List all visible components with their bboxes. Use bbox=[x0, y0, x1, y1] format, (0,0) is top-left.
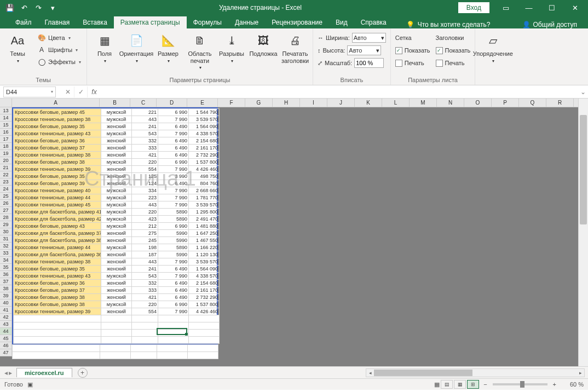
vscroll-thumb[interactable] bbox=[580, 115, 587, 224]
cell[interactable]: 1 647 250 bbox=[189, 230, 220, 237]
cell[interactable]: мужской bbox=[101, 273, 132, 280]
cell[interactable]: 333 bbox=[132, 145, 158, 152]
print-area-button[interactable]: 🗎Область печати▾ bbox=[185, 30, 215, 72]
col-header-H[interactable]: H bbox=[273, 99, 300, 107]
table-row[interactable]: Кроссовки беговые, размер 36женский3326 … bbox=[14, 137, 220, 145]
row-header[interactable]: 14 bbox=[0, 114, 12, 122]
table-row[interactable]: Кроссовки для баскетбола, размер 38женск… bbox=[14, 237, 220, 244]
table-row[interactable]: Кроссовки теннисные, размер 44мужской198… bbox=[14, 244, 220, 251]
cell[interactable]: 423 bbox=[132, 216, 158, 223]
cell[interactable] bbox=[101, 330, 132, 337]
cell[interactable]: Кроссовки беговые, размер 37 bbox=[14, 287, 101, 294]
ribbon-display-icon[interactable]: ▭ bbox=[495, 0, 517, 15]
cell[interactable]: 6 990 bbox=[158, 159, 189, 166]
cell[interactable]: 5990 bbox=[158, 230, 189, 237]
cell[interactable]: женский bbox=[101, 166, 132, 173]
tab-справка[interactable]: Справка bbox=[354, 16, 393, 28]
hscroll-right-icon[interactable]: ▸ bbox=[577, 369, 584, 377]
hscroll-left-icon[interactable]: ◂ bbox=[366, 369, 374, 377]
print-titles-button[interactable]: 🖨Печатать заголовки bbox=[280, 30, 310, 66]
cell[interactable]: 3 539 570 bbox=[189, 116, 220, 123]
row-header[interactable]: 41 bbox=[0, 307, 12, 314]
row-header[interactable]: 37 bbox=[0, 278, 12, 285]
cell[interactable] bbox=[14, 330, 101, 337]
cell[interactable]: 5890 bbox=[158, 216, 189, 223]
cell[interactable]: Кроссовки беговые, размер 35 bbox=[14, 123, 101, 130]
effects-button[interactable]: ◯Эффекты bbox=[35, 56, 83, 68]
col-header-A[interactable]: A bbox=[12, 99, 100, 107]
cell[interactable]: 1 537 800 bbox=[189, 301, 220, 308]
table-row[interactable]: Кроссовки теннисные, размер 40мужской334… bbox=[14, 187, 220, 194]
gridlines-view[interactable]: ✓Показать bbox=[395, 44, 430, 56]
undo-icon[interactable]: ↶ bbox=[18, 1, 31, 14]
cell[interactable]: Кроссовки беговые, размер 37 bbox=[14, 145, 101, 152]
cell[interactable] bbox=[132, 337, 158, 344]
tell-me[interactable]: 💡 Что вы хотите сделать? bbox=[406, 21, 491, 28]
cell[interactable]: мужской bbox=[101, 159, 132, 166]
cell[interactable] bbox=[13, 345, 100, 352]
row-header[interactable]: 39 bbox=[0, 292, 12, 299]
cell[interactable]: 6 490 bbox=[158, 280, 189, 287]
col-header-G[interactable]: G bbox=[245, 99, 273, 107]
cell[interactable]: Кроссовки теннисные, размер 38 bbox=[14, 116, 101, 123]
cell[interactable]: 223 bbox=[132, 194, 158, 201]
row-header[interactable]: 27 bbox=[0, 207, 12, 214]
table-row[interactable]: Кроссовки беговые, размер 35женский1253 … bbox=[14, 173, 220, 180]
cell[interactable]: 241 bbox=[132, 123, 158, 130]
cell[interactable]: мужской bbox=[101, 216, 132, 223]
cell[interactable]: 6 490 bbox=[158, 145, 189, 152]
row-header[interactable]: 25 bbox=[0, 193, 12, 200]
col-header-O[interactable]: O bbox=[464, 99, 492, 107]
table-row[interactable]: Кроссовки беговые, размер 37женский3336 … bbox=[14, 287, 220, 294]
macro-record-icon[interactable]: ▣ bbox=[27, 381, 33, 388]
cell[interactable]: 7 990 bbox=[158, 308, 189, 315]
cell[interactable]: 1 781 770 bbox=[189, 194, 220, 201]
cell[interactable] bbox=[157, 345, 188, 352]
size-button[interactable]: 📐Размер▾ bbox=[153, 30, 183, 66]
cell[interactable] bbox=[189, 315, 220, 322]
table-row[interactable]: Кроссовки для баскетбола, размер 37женск… bbox=[14, 230, 220, 237]
cell[interactable]: 1 564 090 bbox=[189, 266, 220, 273]
sheet-tab[interactable]: microexcel.ru bbox=[16, 368, 72, 377]
row-header[interactable]: 23 bbox=[0, 178, 12, 186]
table-row[interactable]: Кроссовки беговые, размер 38мужской2206 … bbox=[14, 159, 220, 166]
cell[interactable] bbox=[188, 345, 218, 352]
table-row[interactable]: Кроссовки беговые, размер 43мужской2126 … bbox=[14, 223, 220, 230]
redo-icon[interactable]: ↷ bbox=[32, 1, 45, 14]
orientation-button[interactable]: 📄Ориентация▾ bbox=[121, 30, 152, 66]
cell[interactable]: 6 990 bbox=[158, 223, 189, 230]
page-break-view-button[interactable]: ⊞ bbox=[467, 380, 479, 389]
sheet-nav-prev-icon[interactable]: ◂ bbox=[4, 369, 8, 377]
cell[interactable]: 2 732 290 bbox=[189, 294, 220, 301]
table-row[interactable]: Кроссовки для баскетбола, размер 41мужск… bbox=[14, 209, 220, 216]
cell[interactable]: мужской bbox=[101, 201, 132, 209]
cell[interactable]: женский bbox=[101, 308, 132, 315]
cell[interactable]: 443 bbox=[132, 116, 158, 123]
cell[interactable]: Кроссовки беговые, размер 45 bbox=[14, 109, 101, 116]
cells-grid[interactable]: Кроссовки беговые, размер 45мужской2216 … bbox=[12, 107, 578, 366]
cell[interactable]: 1 481 880 bbox=[189, 223, 220, 230]
tab-вставка[interactable]: Вставка bbox=[76, 16, 114, 28]
cell[interactable]: 7 990 bbox=[158, 116, 189, 123]
sheet-nav-next-icon[interactable]: ▸ bbox=[9, 369, 12, 377]
cell[interactable] bbox=[158, 330, 189, 337]
enter-icon[interactable]: ✓ bbox=[74, 87, 88, 97]
zoom-slider[interactable] bbox=[493, 383, 547, 385]
minimize-icon[interactable]: — bbox=[518, 0, 540, 15]
cell[interactable]: Кроссовки теннисные, размер 45 bbox=[14, 201, 101, 209]
cell[interactable]: 421 bbox=[132, 152, 158, 159]
cell[interactable]: Кроссовки беговые, размер 35 bbox=[14, 173, 101, 180]
cell[interactable]: Кроссовки теннисные, размер 39 bbox=[14, 166, 101, 173]
page-layout-view-button[interactable]: ▦ bbox=[454, 380, 466, 389]
cell[interactable]: 3 539 570 bbox=[189, 201, 220, 209]
cell[interactable]: Кроссовки беговые, размер 43 bbox=[14, 223, 101, 230]
cell[interactable] bbox=[14, 337, 101, 344]
table-row[interactable] bbox=[13, 352, 218, 359]
cell[interactable] bbox=[131, 345, 157, 352]
themes-button[interactable]: Aa Темы ▾ bbox=[2, 30, 33, 66]
table-row[interactable]: Кроссовки беговые, размер 36женский3326 … bbox=[14, 280, 220, 287]
cell[interactable]: Кроссовки для баскетбола, размер 42 bbox=[14, 216, 101, 223]
tab-разметка-страницы[interactable]: Разметка страницы bbox=[114, 16, 187, 28]
row-header[interactable]: 33 bbox=[0, 250, 12, 257]
row-header[interactable]: 30 bbox=[0, 228, 12, 235]
